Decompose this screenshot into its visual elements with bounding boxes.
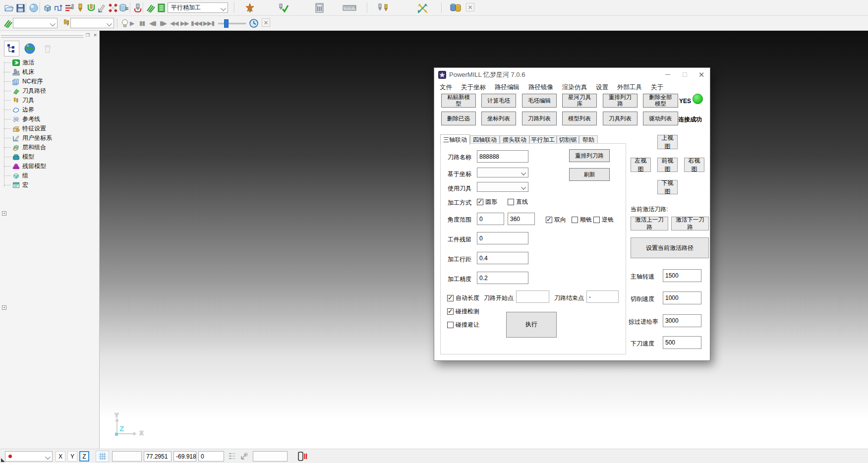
tree-item-stock-models[interactable]: 残留模型 xyxy=(0,162,98,171)
menu-coords[interactable]: 关于坐标 xyxy=(457,82,490,93)
execute-button[interactable]: 执行 xyxy=(506,312,557,338)
tree-item-tools[interactable]: 刀具 xyxy=(0,96,98,105)
rearrange-toolpaths-button[interactable]: 重排列刀路 xyxy=(603,94,637,108)
coord-list-button[interactable]: 坐标列表 xyxy=(481,112,516,125)
stepover-input[interactable] xyxy=(477,252,528,264)
tool-list-button[interactable]: 刀具列表 xyxy=(603,112,637,125)
refresh-button[interactable]: 刷新 xyxy=(569,168,610,181)
tree-item-nc-program[interactable]: NC程序 xyxy=(0,77,98,86)
skim-feed-input[interactable] xyxy=(663,314,701,327)
tree-item-macros[interactable]: +宏 xyxy=(0,180,98,190)
tree-item-models[interactable]: 模型 xyxy=(0,152,98,162)
axis-y-button[interactable]: Y xyxy=(67,451,77,462)
tree-item-toolpaths[interactable]: 刀具路径 xyxy=(0,86,98,96)
fast-forward-icon[interactable]: ▶▶ xyxy=(180,17,188,29)
delete-selected-button[interactable]: 删除已选 xyxy=(441,112,476,125)
create-block-icon[interactable] xyxy=(42,2,54,14)
maximize-icon[interactable] xyxy=(676,68,693,81)
toolbar1-close-icon[interactable]: ✕ xyxy=(466,3,474,11)
lightbulb-icon[interactable] xyxy=(119,17,131,29)
coord-z-value[interactable]: 0 xyxy=(198,451,224,462)
stock-allowance-input[interactable] xyxy=(477,232,528,244)
coord-x-value[interactable]: 77.2951 xyxy=(144,451,172,462)
auto-length-checkbox[interactable]: 自动长度 xyxy=(447,294,479,302)
tool-red-icon[interactable] xyxy=(132,2,144,14)
go-end-icon[interactable]: ▶▶▮ xyxy=(203,17,214,29)
tree-item-levels[interactable]: 层和组合 xyxy=(0,143,98,152)
activate-prev-toolpath-button[interactable]: 激活上一刀路 xyxy=(631,217,668,231)
step-forward-icon[interactable]: ▮▶ xyxy=(160,17,167,29)
menu-path-edit[interactable]: 路径编辑 xyxy=(490,82,524,93)
sim-speed-slider-thumb[interactable] xyxy=(224,19,229,28)
tool-check-icon[interactable] xyxy=(278,2,289,14)
transform-axe-icon[interactable] xyxy=(244,2,256,14)
start-point-input[interactable] xyxy=(516,290,549,303)
block-list-icon[interactable] xyxy=(118,2,130,14)
tolerance-input[interactable] xyxy=(477,272,528,284)
sim-speed-slider[interactable] xyxy=(218,23,246,24)
block-edit-button[interactable]: 毛坯编辑 xyxy=(522,94,557,108)
minimize-icon[interactable] xyxy=(659,68,676,81)
panel-restore-icon[interactable]: ❐ xyxy=(84,32,91,38)
based-coord-combo[interactable] xyxy=(477,168,528,177)
panel-close-icon[interactable]: ✕ xyxy=(92,32,99,38)
toolpath-list-icon[interactable] xyxy=(156,2,168,14)
ruler-icon[interactable] xyxy=(342,2,357,14)
tool-holder-icon[interactable] xyxy=(85,2,97,14)
conventional-mill-checkbox[interactable]: 逆铣 xyxy=(593,216,614,224)
menu-about[interactable]: 关于 xyxy=(646,82,668,93)
step-back-icon[interactable]: ◀▮ xyxy=(149,17,156,29)
collision-check-checkbox[interactable]: 碰撞检测 xyxy=(447,307,479,316)
tree-item-machine[interactable]: 机床 xyxy=(0,67,98,77)
sim-tool-combo[interactable] xyxy=(70,18,114,28)
calc-block-button[interactable]: 计算毛坯 xyxy=(481,94,516,108)
axis-z-button[interactable]: Z xyxy=(79,451,89,462)
menu-path-mirror[interactable]: 路径镜像 xyxy=(524,82,558,93)
view-bottom-button[interactable]: 下视图 xyxy=(657,180,678,194)
tolerance-field[interactable] xyxy=(253,451,288,462)
cutting-feed-input[interactable] xyxy=(663,291,701,304)
angle-to-input[interactable] xyxy=(508,213,535,225)
menu-render-sim[interactable]: 渲染仿真 xyxy=(558,82,591,93)
menu-settings[interactable]: 设置 xyxy=(591,82,613,93)
toolpath-zigzag-icon[interactable] xyxy=(53,2,64,14)
grid-snap-icon[interactable] xyxy=(96,451,109,462)
z-levels-icon[interactable] xyxy=(63,2,75,14)
view-top-button[interactable]: 上视图 xyxy=(657,135,678,149)
toolpath-name-input[interactable] xyxy=(477,150,528,163)
create-tool-icon[interactable] xyxy=(74,2,86,14)
open-file-icon[interactable] xyxy=(3,2,15,14)
tool-pair-icon[interactable] xyxy=(377,2,391,14)
tree-item-pattern[interactable]: 参考线 xyxy=(0,115,98,124)
tab-3axis[interactable]: 三轴联动 xyxy=(440,134,470,145)
axis-compass-icon[interactable] xyxy=(240,452,249,461)
view-left-button[interactable]: 左视图 xyxy=(631,158,651,172)
machining-strategy-combo[interactable]: 平行精加工 xyxy=(168,2,228,13)
menu-file[interactable]: 文件 xyxy=(435,82,457,93)
shaded-ball-icon[interactable] xyxy=(28,2,40,14)
rearrange-button[interactable]: 重排列刀路 xyxy=(569,149,610,162)
expand-icon[interactable]: + xyxy=(2,305,6,310)
coord-y-value[interactable]: -69.918 xyxy=(174,451,196,462)
pause-icon[interactable]: ▮▮ xyxy=(139,17,145,29)
workplane-combo[interactable] xyxy=(5,451,53,462)
tab-trash[interactable] xyxy=(40,41,55,57)
toolpath-spring-icon[interactable] xyxy=(145,2,157,14)
angle-from-input[interactable] xyxy=(477,213,504,225)
play-icon[interactable]: ▶ xyxy=(130,17,134,29)
tool-library-button[interactable]: 星河刀具库 xyxy=(562,94,597,108)
close-icon[interactable]: ✕ xyxy=(693,68,710,81)
bidirectional-checkbox[interactable]: 双向 xyxy=(546,216,566,224)
menu-external-tools[interactable]: 外部工具 xyxy=(613,82,646,93)
view-right-button[interactable]: 右视图 xyxy=(684,158,704,172)
go-start-icon[interactable]: ▮◀◀ xyxy=(191,17,202,29)
drive-list-button[interactable]: 驱动列表 xyxy=(643,112,678,125)
tree-item-boundary[interactable]: 边界 xyxy=(0,105,98,115)
paste-new-model-button[interactable]: 粘贴新模型 xyxy=(441,94,476,108)
tab-globe[interactable] xyxy=(22,41,37,57)
delete-all-models-button[interactable]: 删除全部模型 xyxy=(643,94,678,108)
dialog-titlebar[interactable]: PowerMILL 忆梦星河 7.0.6 ✕ xyxy=(434,68,710,82)
save-icon[interactable] xyxy=(14,2,26,14)
collision-avoid-checkbox[interactable]: 碰撞避让 xyxy=(447,321,479,329)
coord-list-icon[interactable] xyxy=(228,452,236,460)
